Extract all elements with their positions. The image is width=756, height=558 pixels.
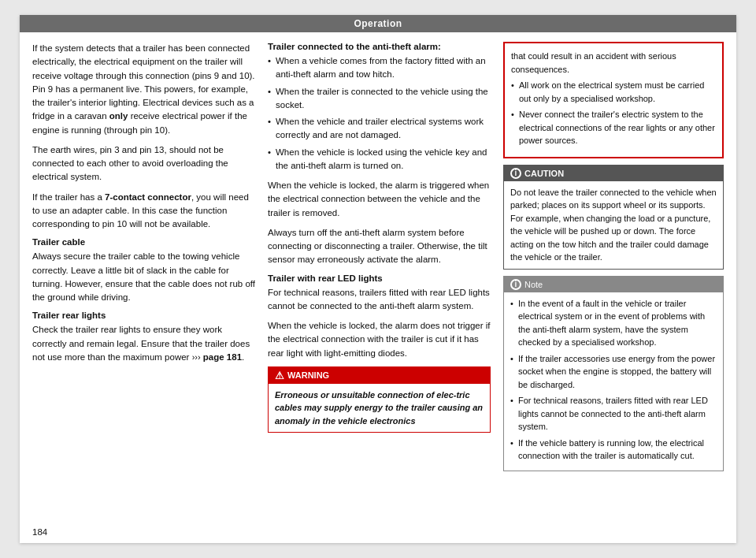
bullet-item-1: When a vehicle comes from the factory fi… (268, 54, 491, 82)
bullet-item-4: When the vehicle is locked using the veh… (268, 146, 491, 173)
warning-body: Erroneous or unsuitable connection of el… (269, 384, 490, 433)
note-bullet-2: If the trailer accessories use energy fr… (510, 352, 717, 392)
trailer-cable-para: Always secure the trailer cable to the t… (32, 250, 255, 304)
page-ref: page 181 (203, 352, 242, 362)
rear-led-title: Trailer with rear LED lights (268, 273, 491, 283)
when-locked: When the vehicle is locked, the alarm do… (268, 319, 491, 360)
caution-icon: i (510, 168, 521, 179)
red-box-line1: that could result in an accident with se… (511, 50, 716, 76)
note-label: Note (524, 280, 543, 289)
right-column: that could result in an accident with se… (503, 42, 724, 471)
header-title: Operation (354, 18, 402, 29)
note-bullet-1: In the event of a fault in the vehicle o… (510, 297, 717, 349)
caution-label: CAUTION (524, 169, 564, 178)
content-area: If the system detects that a trailer has… (20, 32, 736, 481)
page-container: Operation If the system detects that a t… (20, 15, 736, 543)
red-border-box: that could result in an accident with se… (503, 42, 724, 158)
trailer-cable-title: Trailer cable (32, 237, 255, 247)
always-turn-off: Always turn off the anti-theft alarm sys… (268, 226, 491, 267)
rear-led-para: For technical reasons, trailers fitted w… (268, 286, 491, 314)
note-bullet-4: If the vehicle battery is running low, t… (510, 437, 717, 463)
locked-para: When the vehicle is locked, the alarm is… (268, 179, 491, 220)
arrows-icon: ››› (192, 352, 201, 362)
page-header: Operation (20, 15, 736, 32)
red-bullet-1: All work on the electrical system must b… (511, 79, 716, 105)
bullet-item-2: When the trailer is connected to the veh… (268, 85, 491, 113)
caution-box: i CAUTION Do not leave the trailer conne… (503, 165, 724, 270)
note-header: i Note (504, 277, 723, 292)
warning-label: WARNING (287, 370, 329, 380)
note-icon: i (510, 279, 521, 290)
note-body: In the event of a fault in the vehicle o… (504, 292, 723, 471)
anti-theft-title: Trailer connected to the anti-theft alar… (268, 42, 491, 51)
trailer-rear-lights-para: Check the trailer rear lights to ensure … (32, 323, 255, 364)
warning-icon: ⚠ (275, 370, 284, 381)
red-bullet-2: Never connect the trailer's electric sys… (511, 108, 716, 147)
page-number: 184 (32, 527, 47, 537)
note-box: i Note In the event of a fault in the ve… (503, 276, 724, 471)
intro-paragraph: If the system detects that a trailer has… (32, 42, 255, 137)
warning-text: Erroneous or unsuitable connection of el… (275, 390, 483, 426)
note-bullets: In the event of a fault in the vehicle o… (510, 297, 717, 463)
warning-header: ⚠ WARNING (269, 367, 490, 384)
contact-paragraph: If the trailer has a 7-contact connector… (32, 191, 255, 232)
caution-body: Do not leave the trailer connected to th… (504, 181, 723, 269)
bullet-item-3: When the vehicle and trailer electrical … (268, 115, 491, 143)
middle-column: Trailer connected to the anti-theft alar… (268, 42, 491, 471)
anti-theft-bullets: When a vehicle comes from the factory fi… (268, 54, 491, 173)
red-box-bullets: All work on the electrical system must b… (511, 79, 716, 147)
caution-header: i CAUTION (504, 166, 723, 181)
note-bullet-3: For technical reasons, trailers fitted w… (510, 394, 717, 433)
left-column: If the system detects that a trailer has… (32, 42, 255, 471)
trailer-rear-lights-title: Trailer rear lights (32, 311, 255, 320)
earth-paragraph: The earth wires, pin 3 and pin 13, shoul… (32, 143, 255, 184)
warning-box: ⚠ WARNING Erroneous or unsuitable connec… (268, 366, 491, 433)
